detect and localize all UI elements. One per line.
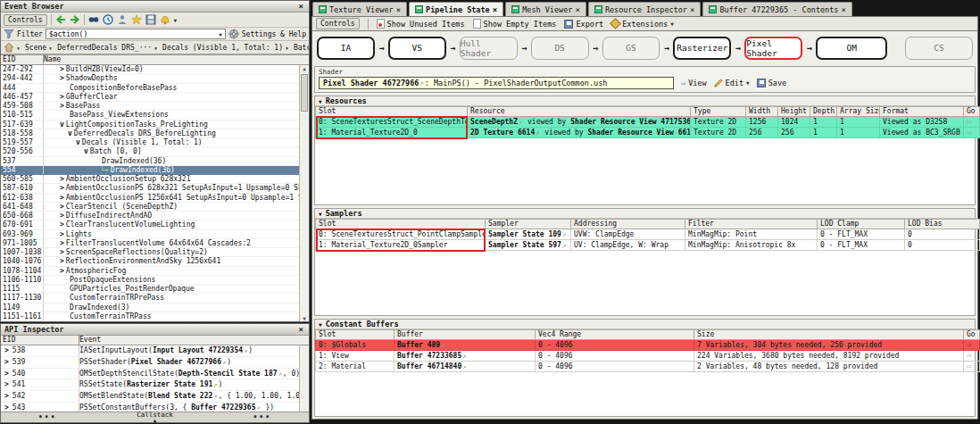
resource-row[interactable]: 1: Material_Texture2D_0 2D Texture 6614 … — [316, 127, 980, 137]
samplers-header[interactable]: Samplers — [315, 209, 975, 219]
tree-arrow-icon[interactable]: └→ — [100, 166, 109, 174]
resource-link-icon[interactable] — [278, 370, 282, 378]
event-row[interactable]: 554 └→DrawIndexed(36) — [1, 166, 299, 175]
event-row[interactable]: 1115 GPUParticles_PostRenderOpaque — [1, 285, 299, 294]
pipeline-stage[interactable]: GS — [602, 37, 660, 60]
tree-arrow-icon[interactable]: > — [60, 74, 64, 82]
event-row[interactable]: 1078-1104 >AtmosphericFog — [1, 267, 299, 276]
tree-arrow-icon[interactable]: > — [60, 65, 64, 73]
goto-buffer-icon[interactable] — [967, 362, 971, 370]
event-scrollbar[interactable] — [299, 65, 309, 321]
tab[interactable]: Texture Viewer — [312, 2, 407, 16]
tab-close-icon[interactable] — [690, 5, 694, 14]
resources-header[interactable]: Resources — [315, 96, 975, 106]
sampler-row[interactable]: 0: SceneTexturesStruct_PointClampSampler… — [316, 229, 980, 239]
time-icon[interactable] — [103, 14, 113, 25]
resource-link-icon[interactable] — [562, 231, 566, 238]
controls-button[interactable]: Controls — [316, 18, 360, 29]
resource-link-icon[interactable] — [441, 342, 444, 349]
event-row[interactable]: 1151-1161 CustomTerrainTRPass — [1, 312, 299, 321]
api-row[interactable]: >538 IASetInputLayout(Input Layout 47229… — [1, 345, 299, 357]
event-row[interactable]: 971-1005 >FilterTranslucentVolume 64x64x… — [1, 239, 299, 248]
breadcrumb-item[interactable]: Batch [0, 0] — [294, 44, 309, 52]
event-row[interactable]: 1106-1110 PostOpaqueExtensions — [1, 276, 299, 285]
resource-link-icon[interactable] — [256, 404, 260, 412]
tree-arrow-icon[interactable]: > — [60, 102, 64, 110]
bookmark-icon[interactable] — [117, 14, 128, 25]
tab[interactable]: Resource Inspector — [588, 2, 702, 16]
tab-close-icon[interactable] — [396, 5, 401, 14]
event-row[interactable]: 446-457 >GBufferClear — [1, 93, 299, 102]
tab-close-icon[interactable] — [493, 5, 497, 14]
shader-name-box[interactable]: Pixel Shader 46727966 : MainPS() - Pixel… — [319, 77, 674, 89]
notifications-bell-icon[interactable] — [160, 14, 170, 25]
pipeline-stage[interactable]: VS — [388, 37, 446, 60]
event-row[interactable]: 444 CompositionBeforeBasePass — [1, 84, 299, 93]
event-row[interactable]: 670-691 >ClearTranslucentVolumeLighting — [1, 220, 299, 229]
close-icon[interactable] — [297, 326, 305, 334]
save-icon[interactable] — [145, 14, 156, 25]
cbuffer-row[interactable]: 0: $Globals Buffer 489 0 - 4096 7 Variab… — [316, 339, 980, 350]
event-row[interactable]: 537 DrawIndexed(36) — [1, 157, 299, 166]
tab-close-icon[interactable] — [575, 5, 579, 14]
breadcrumb-item[interactable]: DeferredDecals DRS_··· — [57, 44, 157, 52]
event-row[interactable]: 459-508 >BasePass — [1, 102, 299, 111]
event-row[interactable]: 1007-1038 >ScreenSpaceReflections(Qualit… — [1, 248, 299, 257]
pipeline-stage-cs[interactable]: CS — [905, 37, 973, 60]
expand-up-icon[interactable] — [154, 418, 157, 423]
breadcrumb-item[interactable]: Scene — [25, 44, 52, 52]
api-row[interactable]: >539 PSSetShader(Pixel Shader 46727966) — [1, 357, 299, 369]
close-icon[interactable] — [297, 3, 305, 11]
forward-arrow-icon[interactable] — [70, 14, 80, 25]
filter-input[interactable] — [49, 30, 219, 38]
resource-link-icon[interactable] — [519, 119, 522, 126]
tree-arrow-icon[interactable]: > — [60, 267, 64, 275]
event-row[interactable]: 693-969 >Lights — [1, 230, 299, 239]
event-row[interactable]: 560-585 >AmbientOcclusionSetup 628x321 — [1, 175, 299, 184]
tree-arrow-icon[interactable]: > — [60, 184, 64, 192]
expand-arrow-icon[interactable]: > — [4, 370, 9, 378]
event-row[interactable]: 518-558 vDeferredDecals DRS_BeforeLighti… — [1, 129, 299, 138]
resource-link-icon[interactable] — [462, 363, 466, 370]
chevron-down-icon[interactable]: ▼ — [219, 31, 222, 37]
resource-link-icon[interactable] — [462, 353, 466, 360]
expand-arrow-icon[interactable]: > — [4, 392, 9, 400]
resource-link-icon[interactable] — [213, 381, 217, 388]
edit-shader-button[interactable]: Edit▼ — [714, 79, 750, 87]
tree-arrow-icon[interactable]: > — [60, 239, 64, 247]
breadcrumb-home[interactable] — [4, 42, 20, 53]
settings-help-label[interactable]: Settings & Help — [242, 30, 306, 38]
pipeline-stage[interactable]: Hull Shader — [460, 37, 518, 60]
event-row[interactable]: 1149 DrawIndexed(3) — [1, 303, 299, 312]
goto-buffer-icon[interactable] — [967, 352, 971, 360]
tree-arrow-icon[interactable]: > — [60, 212, 64, 220]
pipeline-stage[interactable]: Pixel Shader — [744, 37, 802, 60]
resource-link-icon[interactable] — [244, 347, 247, 354]
scroll-thumb[interactable] — [301, 74, 308, 112]
scroll-down-icon[interactable] — [300, 315, 309, 321]
star-icon[interactable] — [131, 14, 142, 25]
expand-arrow-icon[interactable]: > — [4, 380, 9, 388]
pipeline-stage[interactable]: IA — [317, 37, 375, 60]
tree-arrow-icon[interactable]: v — [60, 121, 64, 129]
show-empty-button[interactable]: Show Empty Items — [473, 19, 557, 29]
resource-link-icon[interactable] — [222, 359, 226, 366]
api-row[interactable]: >542 OMSetBlendState(Blend State 222, { … — [1, 391, 299, 403]
tab[interactable]: Pipeline State — [409, 2, 503, 16]
tab-close-icon[interactable] — [841, 5, 845, 14]
save-shader-button[interactable]: Save — [757, 79, 786, 87]
goto-resource-icon[interactable] — [967, 118, 971, 126]
gear-icon[interactable] — [228, 29, 239, 39]
event-row[interactable]: 650-668 >DiffuseIndirectAndAO — [1, 212, 299, 220]
api-scrollbar[interactable] — [299, 345, 309, 412]
tab[interactable]: Buffer 47229365 - Contents — [702, 2, 851, 16]
scroll-up-icon[interactable] — [303, 65, 306, 71]
tree-arrow-icon[interactable]: > — [60, 175, 64, 183]
tree-arrow-icon[interactable]: > — [60, 220, 64, 229]
resource-link-icon[interactable] — [213, 393, 217, 400]
goto-resource-icon[interactable] — [967, 129, 971, 137]
resource-link-icon[interactable] — [536, 129, 539, 137]
tree-arrow-icon[interactable]: > — [60, 194, 64, 202]
event-row[interactable]: 517-639 vLightCompositionTasks_PreLighti… — [1, 121, 299, 129]
event-row[interactable]: 1117-1130 CustomTerrainTRPrePass — [1, 294, 299, 303]
